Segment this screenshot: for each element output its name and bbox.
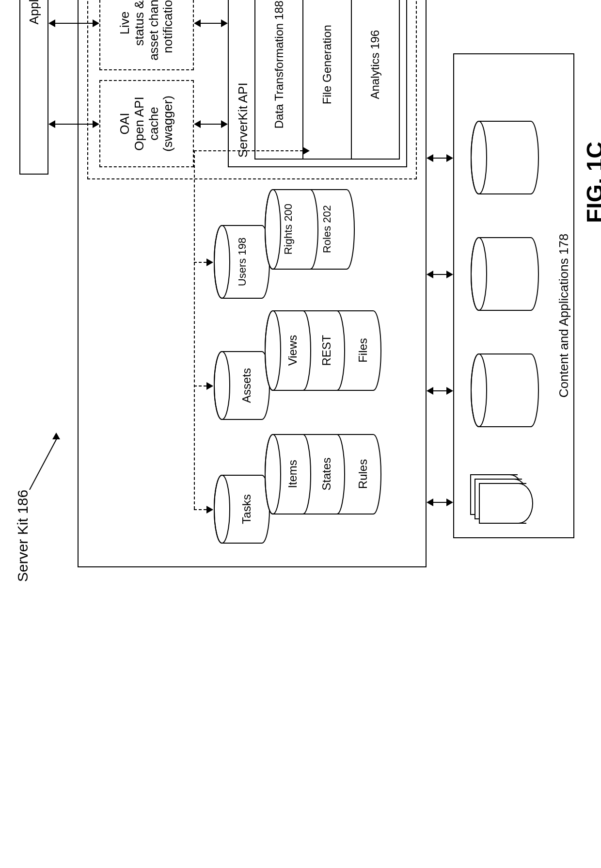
conn-oai [55, 124, 93, 125]
users-stack-0: Rights 200 [283, 187, 294, 272]
content-db-1-icon [470, 352, 543, 429]
db-bus-arrow-tasks [206, 506, 213, 514]
conn-oai-api-up [194, 120, 201, 128]
cell-data-transformation: Data Transformation 188 [255, 0, 303, 159]
db-bus-v-users [194, 262, 206, 263]
conn-content-db1 [433, 390, 446, 391]
assets-db-label: Assets [240, 349, 253, 422]
oai-box: OAI Open API cache (swagger) [99, 80, 194, 167]
leader-line [29, 438, 57, 490]
tasks-db-label: Tasks [240, 473, 253, 546]
cell-file-generation: File Generation [303, 0, 351, 159]
cell-analytics: Analytics 196 [351, 0, 399, 159]
figure-label: FIG. 1C [582, 142, 601, 223]
tasks-stack-2: Rules [356, 432, 370, 516]
conn-content-doc-up [427, 498, 433, 506]
content-db-3 [470, 119, 545, 196]
conn-content-db3-down [446, 154, 453, 162]
assets-stack-1: REST [320, 308, 333, 393]
db-bus-arrow-assets [206, 382, 213, 390]
serverkit-api-heading: ServerKit API [236, 0, 251, 158]
applications-box: Applications 150 [19, 0, 48, 175]
conn-content-db1-up [427, 387, 433, 395]
assets-stack: Views REST Files [264, 308, 392, 393]
conn-oai-api-down [221, 120, 228, 128]
conn-content-db2 [433, 274, 446, 275]
diagram-canvas: Server Kit 186 Applications 150 OAI Open… [0, 0, 601, 601]
assets-stack-2: Files [356, 308, 370, 393]
users-stack-1: Roles 202 [321, 187, 332, 272]
content-apps-label: Content and Applications 178 [556, 234, 571, 398]
conn-content-db2-down [446, 271, 453, 278]
db-bus-hline [194, 150, 195, 509]
conn-content-doc [433, 502, 446, 503]
db-bus-v-assets [194, 386, 206, 386]
conn-live-up [48, 19, 55, 27]
conn-live-down [93, 19, 99, 27]
leader-arrowhead [52, 433, 60, 439]
content-db-3-icon [470, 119, 543, 196]
serverkit-api-table: Data Transformation 188 Cascading Views … [254, 0, 400, 160]
live-status-box: Live status & asset change notification [99, 0, 194, 70]
users-stack: Rights 200 Roles 202 [264, 187, 363, 272]
assets-stack-0: Views [286, 308, 300, 393]
conn-live-api-up [194, 19, 201, 27]
db-bus-v-tasks [194, 509, 206, 510]
title-label: Server Kit 186 [15, 490, 31, 582]
serverkit-api-box: ServerKit API Data Transformation 188 Ca… [228, 0, 407, 167]
conn-live-api [201, 23, 221, 24]
users-stack-icon [264, 187, 361, 272]
content-db-2-icon [470, 235, 543, 313]
conn-content-doc-down [446, 498, 453, 506]
conn-oai-up [48, 120, 55, 128]
conn-content-db3 [433, 158, 446, 159]
oai-label: OAI Open API cache (swagger) [118, 96, 176, 152]
content-db-2 [470, 235, 545, 313]
tasks-stack-1: States [320, 432, 333, 516]
conn-live [55, 23, 93, 24]
applications-label: Applications 150 [27, 0, 42, 24]
conn-live-api-down [221, 19, 228, 27]
tasks-stack-0: Items [286, 432, 300, 516]
live-status-label: Live status & asset change notification [118, 0, 176, 61]
conn-content-db2-up [427, 271, 433, 278]
conn-oai-api [201, 124, 221, 125]
conn-content-db1-down [446, 387, 453, 395]
db-bus-v-api [194, 150, 303, 151]
conn-content-db3-up [427, 154, 433, 162]
content-db-1 [470, 352, 545, 429]
conn-oai-down [93, 120, 99, 128]
db-bus-arrow-api [303, 147, 310, 155]
tasks-stack: Items States Rules [264, 432, 392, 516]
db-bus-arrow-users [206, 258, 213, 266]
users-db-label: Users 198 [237, 223, 248, 301]
